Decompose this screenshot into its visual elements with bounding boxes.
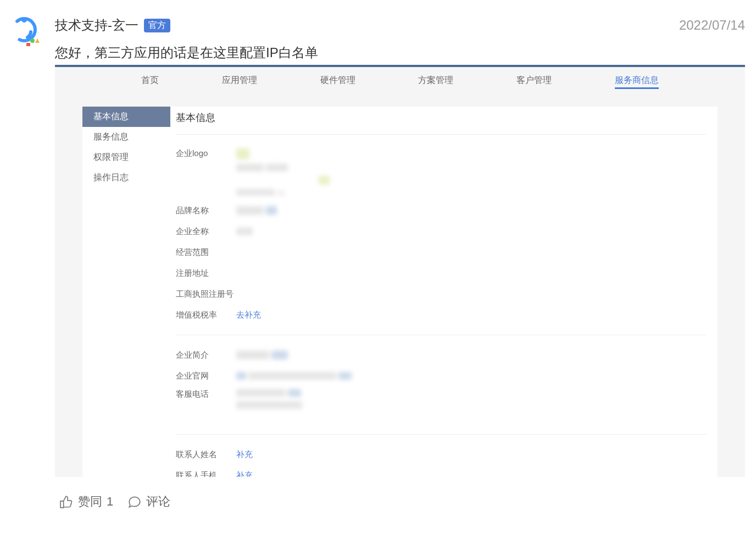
tab-home[interactable]: 首页: [141, 74, 159, 89]
sidebar-item-log[interactable]: 操作日志: [82, 168, 170, 188]
svg-point-2: [30, 38, 35, 43]
field-value-logo: 80: [236, 148, 707, 197]
field-label-address: 注册地址: [176, 268, 236, 279]
field-value-website: [236, 372, 707, 380]
field-label-contact-phone: 联系人手机: [176, 470, 236, 478]
tabs-bar: 首页 应用管理 硬件管理 方案管理 客户管理 服务商信息: [55, 67, 745, 96]
tab-customer-mgmt[interactable]: 客户管理: [516, 74, 552, 89]
like-button[interactable]: 赞同 1: [59, 493, 113, 510]
timestamp: 2022/07/14: [679, 18, 745, 33]
comment-icon: [127, 495, 142, 509]
author-name: 技术支持-玄一: [55, 16, 138, 34]
post-message: 您好，第三方应用的话是在这里配置IP白名单: [55, 44, 745, 62]
svg-rect-4: [26, 43, 30, 46]
contact-phone-fill-link[interactable]: 补充: [236, 470, 253, 478]
sidebar-item-permission[interactable]: 权限管理: [82, 147, 170, 168]
tab-hw-mgmt[interactable]: 硬件管理: [320, 74, 355, 89]
field-label-logo: 企业logo: [176, 148, 236, 159]
sidebar-item-basic[interactable]: 基本信息: [82, 107, 170, 127]
svg-point-1: [21, 17, 27, 23]
field-label-license: 工商执照注册号: [176, 289, 236, 299]
thumbs-up-icon: [59, 495, 74, 509]
field-label-phone: 客服电话: [176, 389, 236, 399]
vat-fill-link[interactable]: 去补充: [236, 310, 261, 320]
contact-name-fill-link[interactable]: 补充: [236, 449, 253, 460]
tab-app-mgmt[interactable]: 应用管理: [222, 74, 257, 89]
svg-marker-3: [35, 38, 40, 43]
sidebar-item-service[interactable]: 服务信息: [82, 127, 170, 147]
field-value-fullname: [236, 227, 707, 235]
tab-plan-mgmt[interactable]: 方案管理: [418, 74, 453, 89]
field-label-fullname: 企业全称: [176, 226, 236, 237]
like-count: 1: [107, 495, 113, 509]
author-avatar[interactable]: [11, 16, 41, 46]
field-label-website: 企业官网: [176, 371, 236, 381]
tab-provider-info[interactable]: 服务商信息: [615, 74, 659, 89]
panel-title: 基本信息: [176, 111, 707, 135]
sidebar: 基本信息 服务信息 权限管理 操作日志: [82, 107, 170, 477]
comment-label: 评论: [146, 493, 170, 510]
embedded-screenshot: 首页 应用管理 硬件管理 方案管理 客户管理 服务商信息 基本信息 服务信息 权…: [55, 65, 745, 477]
like-label: 赞同: [78, 493, 102, 510]
official-badge: 官方: [144, 19, 170, 32]
field-value-phone: [236, 389, 707, 409]
field-label-brand: 品牌名称: [176, 206, 236, 216]
field-label-vat: 增值税税率: [176, 310, 236, 320]
field-value-brand: [236, 206, 707, 215]
field-label-contact-name: 联系人姓名: [176, 449, 236, 460]
field-label-scope: 经营范围: [176, 247, 236, 258]
comment-button[interactable]: 评论: [127, 493, 170, 510]
field-label-intro: 企业简介: [176, 350, 236, 360]
field-value-intro: [236, 351, 707, 359]
